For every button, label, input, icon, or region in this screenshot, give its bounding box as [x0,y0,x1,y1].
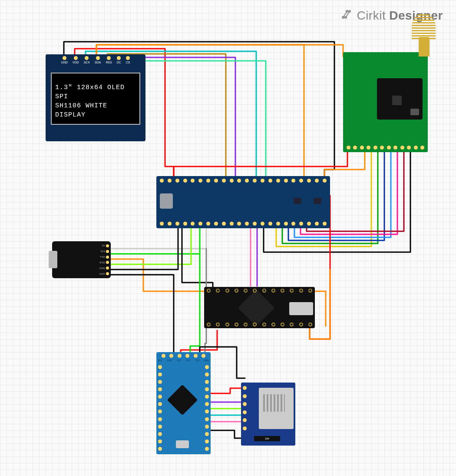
maple-usb [160,193,173,209]
antenna-base [419,37,430,57]
maple-pins-bottom [160,222,327,226]
watermark-brand: Cirkit [357,9,386,23]
component-oled[interactable]: GND VDD SCK SDA RES DC CS 1.3" 128x64 OL… [46,54,145,141]
design-canvas[interactable]: Cirkit Designer [0,0,456,476]
usb-ttl-pin-gnd: GND [99,267,105,270]
usb-ttl-pin-rxd: RXD [99,261,105,264]
maple-button-1 [294,198,301,204]
component-promicro[interactable] [204,287,315,328]
component-arduino-pro-mini[interactable]: BLK GND VCC RX1 TX0 GRN [156,352,211,454]
promini-reset-button [176,440,189,448]
component-usb-ttl[interactable]: 5V 3V3 TXD RXD GND GND [52,241,111,278]
oled-pin-gnd: GND [61,61,68,64]
maple-button-2 [314,198,321,204]
sd-slot [259,388,294,429]
promicro-chip [238,290,275,326]
component-rf-module[interactable] [343,52,428,152]
usb-ttl-pin-gnd2: GND [99,273,105,275]
usb-ttl-pins: 5V 3V3 TXD RXD GND GND [99,243,109,276]
oled-pin-res: RES [106,61,112,64]
oled-pin-cs: CS [126,61,130,64]
oled-pin-header: GND VDD SCK SDA RES DC CS [59,56,132,64]
usb-c-connector [49,251,57,268]
usb-ttl-pin-3v3: 3V3 [100,250,105,253]
promini-pins-left [158,365,162,451]
rf-chip2 [410,109,419,115]
maple-pins-top [160,179,327,183]
oled-screen-line2: SH1106 WHITE DISPLAY [55,101,136,120]
promicro-sd-slot [289,302,313,315]
usb-ttl-pin-5v: 5V [102,244,105,247]
oled-pin-vdd: VDD [73,61,79,64]
promini-silk-top: BLK GND VCC RX1 TX0 GRN [158,359,209,362]
rf-pins [347,146,424,150]
oled-screen: 1.3" 128x64 OLED SPI SH1106 WHITE DISPLA… [51,73,140,125]
component-maple-mini[interactable] [156,176,330,228]
usb-ttl-pin-txd: TXD [100,256,105,258]
oled-screen-line1: 1.3" 128x64 OLED SPI [55,83,136,101]
component-sd-module[interactable]: 10K [241,383,295,446]
oled-pin-sck: SCK [84,61,90,64]
sd-pins [243,386,247,430]
promicro-pins-top [207,289,312,293]
promini-pins-right [205,365,209,451]
promicro-pins-bottom [207,323,312,326]
promini-programming-header [162,354,205,358]
sd-resistor-label: 10K [254,436,280,441]
circuit-icon [342,9,353,23]
oled-pin-sda: SDA [95,61,101,64]
promini-chip [167,385,198,416]
antenna-icon [412,13,436,39]
oled-pin-dc: DC [117,61,121,64]
